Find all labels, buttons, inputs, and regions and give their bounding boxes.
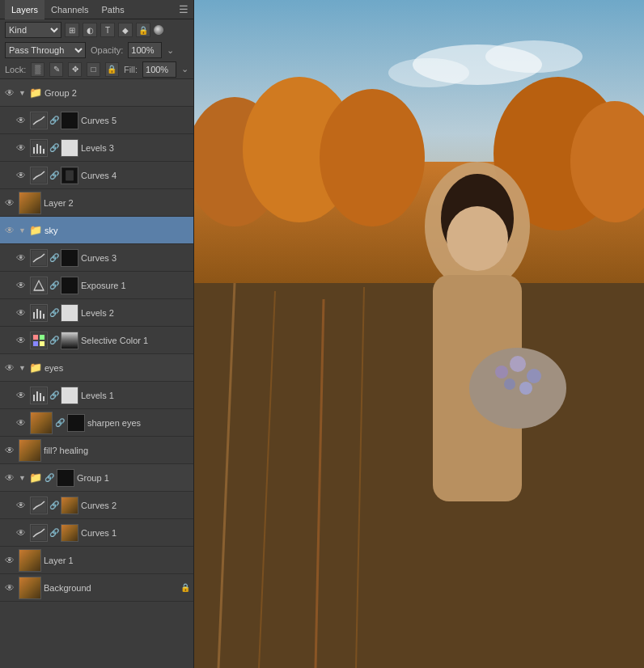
visibility-icon[interactable]: 👁 <box>3 444 16 457</box>
layer-name: Levels 3 <box>81 143 190 153</box>
visibility-icon[interactable]: 👁 <box>15 389 28 402</box>
layer-row[interactable]: 👁 🔗 Curves 4 <box>0 162 193 189</box>
opacity-input[interactable] <box>128 42 162 58</box>
lock-paint-btn[interactable]: ✎ <box>49 62 63 77</box>
lock-transparent-btn[interactable]: ▒ <box>31 62 44 77</box>
fill-arrow[interactable]: ⌄ <box>181 64 189 74</box>
mask-thumbnail <box>57 469 74 487</box>
visibility-icon[interactable]: 👁 <box>15 142 28 154</box>
layer-row[interactable]: 👁 ▼ 📁 eyes <box>0 354 193 382</box>
layer-name: Exposure 1 <box>81 281 190 290</box>
mask-thumbnail <box>61 167 78 184</box>
visibility-icon[interactable]: 👁 <box>3 581 16 594</box>
tab-paths[interactable]: Paths <box>95 0 131 19</box>
visibility-icon[interactable]: 👁 <box>15 526 28 539</box>
visibility-icon[interactable]: 👁 <box>3 471 16 484</box>
lock-artboard-btn[interactable]: □ <box>87 62 100 77</box>
svg-rect-8 <box>66 170 74 180</box>
tab-channels[interactable]: Channels <box>44 0 95 19</box>
mask-thumbnail <box>61 524 78 542</box>
mask-thumbnail <box>67 414 85 432</box>
visibility-icon[interactable]: 👁 <box>15 279 28 292</box>
visibility-icon[interactable]: 👁 <box>15 169 28 182</box>
mask-thumbnail <box>61 304 78 322</box>
thumb-wrapper: 🔗 <box>30 524 78 542</box>
layer-row[interactable]: 👁 fill? healing <box>0 437 193 464</box>
expand-icon[interactable]: ▼ <box>19 226 27 235</box>
fill-input[interactable] <box>142 61 176 78</box>
layer-name: Levels 2 <box>81 308 190 318</box>
visibility-icon[interactable]: 👁 <box>3 361 16 374</box>
type-filter-icon[interactable]: T <box>100 23 115 37</box>
layer-row[interactable]: 👁 🔗 Levels 3 <box>0 134 193 162</box>
link-icon: 🔗 <box>49 143 59 152</box>
layer-thumbnail <box>30 249 48 267</box>
layer-row[interactable]: 👁 Background 🔒 <box>0 574 193 602</box>
visibility-icon[interactable]: 👁 <box>15 499 28 512</box>
layer-row[interactable]: 👁 ▼ 📁 Group 2 <box>0 79 193 107</box>
photo-fallback <box>194 0 644 668</box>
pixel-filter-icon[interactable]: ⊞ <box>65 23 79 37</box>
layer-thumbnail <box>30 112 48 129</box>
layer-thumbnail <box>19 192 41 214</box>
layers-list: 👁 ▼ 📁 Group 2 👁 🔗 Curves 5 👁 <box>0 79 193 668</box>
mask-thumbnail <box>61 249 78 267</box>
svg-rect-17 <box>43 314 44 319</box>
svg-rect-15 <box>36 309 38 319</box>
layer-row[interactable]: 👁 🔗 Curves 3 <box>0 244 193 272</box>
layer-row[interactable]: 👁 ▼ 📁 🔗 Group 1 <box>0 464 193 492</box>
visibility-icon[interactable]: 👁 <box>15 114 28 127</box>
svg-rect-14 <box>33 312 35 319</box>
adjust-filter-icon[interactable]: ◐ <box>83 23 97 37</box>
thumb-wrapper: 🔗 <box>30 277 78 294</box>
visibility-icon[interactable]: 👁 <box>3 197 16 209</box>
expand-icon[interactable]: ▼ <box>19 474 27 482</box>
layer-thumbnail <box>30 497 48 514</box>
layer-row[interactable]: 👁 ▼ 📁 sky <box>0 217 193 244</box>
shape-filter-icon[interactable]: ◆ <box>118 23 133 37</box>
visibility-icon[interactable]: 👁 <box>15 334 28 347</box>
layer-thumbnail <box>30 412 53 434</box>
svg-rect-21 <box>33 341 38 346</box>
mask-thumbnail <box>61 139 78 157</box>
link-icon: 🔗 <box>49 391 59 400</box>
layer-row[interactable]: 👁 🔗 Selective Color 1 <box>0 327 193 354</box>
visibility-icon[interactable]: 👁 <box>15 307 28 319</box>
layer-row[interactable]: 👁 🔗 Exposure 1 <box>0 272 193 299</box>
svg-rect-20 <box>40 335 44 340</box>
smart-filter-icon[interactable]: 🔒 <box>136 23 150 37</box>
svg-point-32 <box>485 40 583 73</box>
layer-row[interactable]: 👁 🔗 Curves 1 <box>0 519 193 547</box>
layer-row[interactable]: 👁 🔗 Levels 1 <box>0 382 193 409</box>
visibility-icon[interactable]: 👁 <box>15 252 28 264</box>
panel-menu-icon[interactable]: ☰ <box>179 3 189 15</box>
folder-icon: 📁 <box>29 361 42 374</box>
layer-row[interactable]: 👁 Layer 2 <box>0 189 193 217</box>
link-icon: 🔗 <box>49 253 59 262</box>
layer-row[interactable]: 👁 🔗 Levels 2 <box>0 299 193 327</box>
layer-thumbnail <box>19 577 41 599</box>
lock-move-btn[interactable]: ✥ <box>68 62 82 77</box>
layer-thumbnail <box>19 439 41 462</box>
visibility-icon[interactable]: 👁 <box>3 224 16 237</box>
kind-select[interactable]: Kind <box>5 22 61 38</box>
opacity-arrow[interactable]: ⌄ <box>167 45 174 56</box>
blend-row: Pass Through Normal Multiply Screen Over… <box>0 40 193 60</box>
visibility-icon[interactable]: 👁 <box>3 87 16 99</box>
tab-layers[interactable]: Layers <box>5 0 44 19</box>
visibility-icon[interactable]: 👁 <box>3 554 16 567</box>
mask-thumbnail <box>61 387 78 404</box>
layer-row[interactable]: 👁 🔗 Curves 2 <box>0 492 193 519</box>
layer-thumbnail <box>30 304 48 322</box>
expand-icon[interactable]: ▼ <box>19 364 27 372</box>
visibility-icon[interactable]: 👁 <box>15 416 28 429</box>
layer-row[interactable]: 👁 Layer 1 <box>0 547 193 574</box>
lock-all-btn[interactable]: 🔒 <box>105 62 119 77</box>
link-icon: 🔗 <box>55 418 65 427</box>
layer-name: Layer 1 <box>44 556 190 565</box>
expand-icon[interactable]: ▼ <box>19 89 27 97</box>
layer-row[interactable]: 👁 🔗 sharpen eyes <box>0 409 193 437</box>
blend-mode-select[interactable]: Pass Through Normal Multiply Screen Over… <box>5 42 86 58</box>
layer-name: Group 1 <box>77 473 190 483</box>
layer-row[interactable]: 👁 🔗 Curves 5 <box>0 107 193 134</box>
